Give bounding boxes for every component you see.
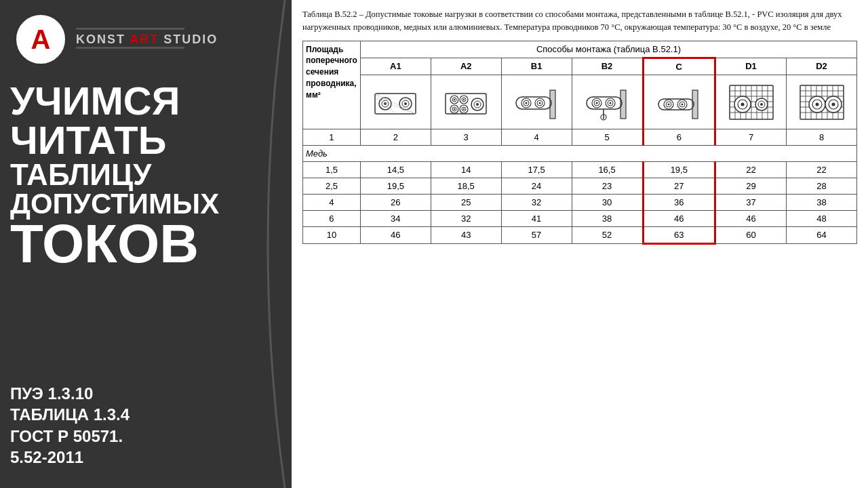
logo-brand-art: ART <box>130 33 159 46</box>
bottom-references: ПУЭ 1.3.10 ТАБЛИЦА 1.3.4 ГОСТ Р 50571. 5… <box>10 383 130 468</box>
a1-val: 26 <box>360 194 431 210</box>
b1-val: 41 <box>501 210 572 226</box>
icon-a2 <box>431 75 501 129</box>
c-val: 36 <box>643 194 715 210</box>
d2-val: 38 <box>787 194 857 210</box>
a2-val: 43 <box>431 226 501 243</box>
logo-line-bottom <box>76 47 184 49</box>
table-row: 2,5 19,5 18,5 24 23 27 29 28 <box>303 178 857 194</box>
b2-val: 30 <box>572 194 643 210</box>
d1-val: 60 <box>715 226 786 243</box>
a1-val: 34 <box>360 210 431 226</box>
d1-val: 22 <box>715 161 786 178</box>
svg-point-38 <box>596 102 598 104</box>
ref-line2: ТАБЛИЦА 1.3.4 <box>10 404 130 425</box>
ref-line4: 5.52-2011 <box>10 447 130 468</box>
c-val: 27 <box>643 178 715 194</box>
area-col-header: Площадьпоперечногосеченияпроводника,мм² <box>303 41 361 129</box>
header-row-1: Площадьпоперечногосеченияпроводника,мм² … <box>303 41 857 58</box>
svg-point-19 <box>454 108 455 109</box>
left-panel: A KONST ART STUDIO УЧИМСЯ ЧИТАТЬ ТАБЛИЦУ… <box>0 0 292 488</box>
right-panel: Таблица В.52.2 – Допустимые токовые нагр… <box>292 0 868 488</box>
table-row: 4 26 25 32 30 36 37 38 <box>303 194 857 210</box>
icon-b2 <box>572 75 643 129</box>
area-header-text: Площадьпоперечногосеченияпроводника,мм² <box>306 45 357 100</box>
b1-val: 24 <box>501 178 572 194</box>
icon-b1 <box>501 75 572 129</box>
b2-val: 23 <box>572 178 643 194</box>
a2-val: 25 <box>431 194 501 210</box>
col-num-6: 6 <box>643 129 715 145</box>
b1-val: 17,5 <box>501 161 572 178</box>
c-val: 63 <box>643 226 715 243</box>
d1-val: 37 <box>715 194 786 210</box>
icon-a1 <box>360 75 431 129</box>
a2-val: 14 <box>431 161 501 178</box>
d2-val: 48 <box>787 210 857 226</box>
logo-circle: A <box>14 12 68 66</box>
d1-val: 46 <box>715 210 786 226</box>
logo-area: A KONST ART STUDIO <box>14 12 218 66</box>
c-val: 46 <box>643 210 715 226</box>
current-table: Площадьпоперечногосеченияпроводника,мм² … <box>302 41 857 245</box>
a2-val: 32 <box>431 210 501 226</box>
col-d1-header: D1 <box>715 58 786 75</box>
c-val: 19,5 <box>643 161 715 178</box>
d2-val: 22 <box>787 161 857 178</box>
a1-val: 14,5 <box>360 161 431 178</box>
icon-c <box>643 75 715 129</box>
copper-section-label: Медь <box>303 145 857 161</box>
table-description: Таблица В.52.2 – Допустимые токовые нагр… <box>302 8 857 34</box>
d2-val: 28 <box>787 178 857 194</box>
area-val: 6 <box>303 210 361 226</box>
col-d2-header: D2 <box>787 58 857 75</box>
icon-d1 <box>715 75 786 129</box>
table-row: 1,5 14,5 14 17,5 16,5 19,5 22 22 <box>303 161 857 178</box>
col-num-7: 7 <box>715 129 786 145</box>
b2-val: 38 <box>572 210 643 226</box>
col-num-5: 5 <box>572 129 643 145</box>
b2-val: 52 <box>572 226 643 243</box>
methods-header: Способы монтажа (таблица В.52.1) <box>360 41 856 58</box>
svg-point-6 <box>404 102 407 105</box>
svg-point-25 <box>476 103 479 106</box>
col-num-1: 1 <box>303 129 361 145</box>
logo-brand1: KONST <box>76 33 130 46</box>
logo-letter: A <box>31 24 51 55</box>
col-a2-header: A2 <box>431 58 501 75</box>
table-row: 10 46 43 57 52 63 60 64 <box>303 226 857 243</box>
svg-point-30 <box>526 102 528 104</box>
col-num-3: 3 <box>431 129 501 145</box>
logo-text-group: KONST ART STUDIO <box>76 28 218 52</box>
logo-line-top <box>76 28 184 30</box>
col-num-2: 2 <box>360 129 431 145</box>
a1-val: 46 <box>360 226 431 243</box>
svg-line-9 <box>375 94 395 114</box>
b1-val: 32 <box>501 194 572 210</box>
area-val: 1,5 <box>303 161 361 178</box>
svg-point-33 <box>539 102 541 104</box>
copper-section-row: Медь <box>303 145 857 161</box>
ref-line1: ПУЭ 1.3.10 <box>10 383 130 404</box>
col-a1-header: A1 <box>360 58 431 75</box>
col-b1-header: B1 <box>501 58 572 75</box>
col-num-8: 8 <box>787 129 857 145</box>
col-c-header: C <box>643 58 715 75</box>
svg-point-70 <box>760 103 763 106</box>
svg-point-41 <box>610 102 612 104</box>
col-numbers-row: 1 2 3 4 5 6 7 8 <box>303 129 857 145</box>
svg-rect-44 <box>692 90 698 119</box>
svg-point-48 <box>668 103 670 105</box>
svg-line-8 <box>375 98 416 114</box>
a2-val: 18,5 <box>431 178 501 194</box>
svg-point-16 <box>463 98 465 100</box>
logo-brand2: STUDIO <box>159 33 218 46</box>
svg-point-51 <box>682 103 684 105</box>
svg-point-22 <box>463 108 465 109</box>
area-val: 4 <box>303 194 361 210</box>
header-row-icons <box>303 75 857 129</box>
a1-val: 19,5 <box>360 178 431 194</box>
header-row-cols: A1 A2 B1 B2 C D1 D2 <box>303 58 857 75</box>
svg-point-13 <box>454 98 455 100</box>
d2-val: 64 <box>787 226 857 243</box>
